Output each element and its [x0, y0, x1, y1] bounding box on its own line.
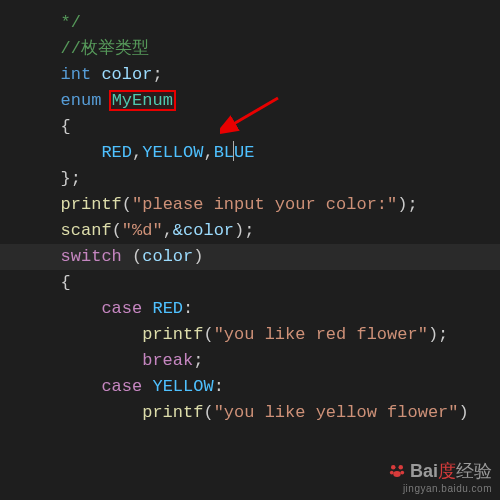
switch-keyword: switch: [61, 247, 122, 266]
code-line[interactable]: printf("please input your color:");: [0, 192, 500, 218]
gutter: [0, 88, 30, 114]
gutter: [0, 166, 30, 192]
gutter: [0, 192, 30, 218]
code-line[interactable]: printf("you like yellow flower"): [0, 400, 500, 426]
function-call: printf: [61, 195, 122, 214]
gutter: [0, 348, 30, 374]
function-call: printf: [142, 403, 203, 422]
svg-point-1: [391, 465, 396, 470]
brace-close: }: [61, 169, 71, 188]
gutter: [0, 322, 30, 348]
case-keyword: case: [101, 377, 142, 396]
code-line[interactable]: int color;: [0, 62, 500, 88]
gutter: [0, 296, 30, 322]
code-line[interactable]: {: [0, 114, 500, 140]
string-literal: "please input your color:": [132, 195, 397, 214]
string-literal: "you like red flower": [214, 325, 428, 344]
identifier: color: [101, 65, 152, 84]
code-editor[interactable]: */ //枚举类型 int color; enum MyEnum { RED,Y…: [0, 0, 500, 426]
gutter: [0, 140, 30, 166]
code-line[interactable]: enum MyEnum: [0, 88, 500, 114]
svg-point-4: [400, 471, 404, 475]
svg-point-2: [398, 465, 403, 470]
code-line[interactable]: RED,YELLOW,BLUE: [0, 140, 500, 166]
svg-point-3: [390, 471, 394, 475]
gutter: [0, 114, 30, 140]
enum-name-highlighted: MyEnum: [110, 91, 175, 110]
brace-open: {: [61, 273, 71, 292]
gutter: [0, 270, 30, 296]
gutter: [0, 374, 30, 400]
comment: //枚举类型: [61, 39, 149, 58]
type-keyword: int: [61, 65, 92, 84]
code-line[interactable]: case RED:: [0, 296, 500, 322]
watermark-sub: jingyan.baidu.com: [388, 483, 492, 494]
brace-open: {: [61, 117, 71, 136]
string-literal: "%d": [122, 221, 163, 240]
switch-expr: color: [142, 247, 193, 266]
watermark-brand-right: 经验: [456, 461, 492, 481]
argument: &color: [173, 221, 234, 240]
gutter: [0, 400, 30, 426]
gutter: [0, 218, 30, 244]
function-call: scanf: [61, 221, 112, 240]
text-cursor: [233, 141, 234, 161]
paw-icon: [388, 462, 406, 480]
code-line[interactable]: //枚举类型: [0, 36, 500, 62]
code-line[interactable]: printf("you like red flower");: [0, 322, 500, 348]
gutter: [0, 10, 30, 36]
enum-values: RED: [101, 143, 132, 162]
watermark: Bai度经验 jingyan.baidu.com: [388, 459, 492, 494]
enum-keyword: enum: [61, 91, 102, 110]
function-call: printf: [142, 325, 203, 344]
comment-end: */: [61, 13, 81, 32]
code-line[interactable]: switch (color): [0, 244, 500, 270]
code-line[interactable]: case YELLOW:: [0, 374, 500, 400]
code-line[interactable]: */: [0, 10, 500, 36]
watermark-brand-left: Bai: [410, 461, 438, 481]
code-line[interactable]: };: [0, 166, 500, 192]
string-literal: "you like yellow flower": [214, 403, 459, 422]
case-value: YELLOW: [152, 377, 213, 396]
break-keyword: break: [142, 351, 193, 370]
code-line[interactable]: break;: [0, 348, 500, 374]
code-line[interactable]: {: [0, 270, 500, 296]
gutter: [0, 244, 30, 270]
case-value: RED: [152, 299, 183, 318]
gutter: [0, 62, 30, 88]
gutter: [0, 36, 30, 62]
code-line[interactable]: scanf("%d",&color);: [0, 218, 500, 244]
svg-point-5: [393, 471, 401, 477]
case-keyword: case: [101, 299, 142, 318]
